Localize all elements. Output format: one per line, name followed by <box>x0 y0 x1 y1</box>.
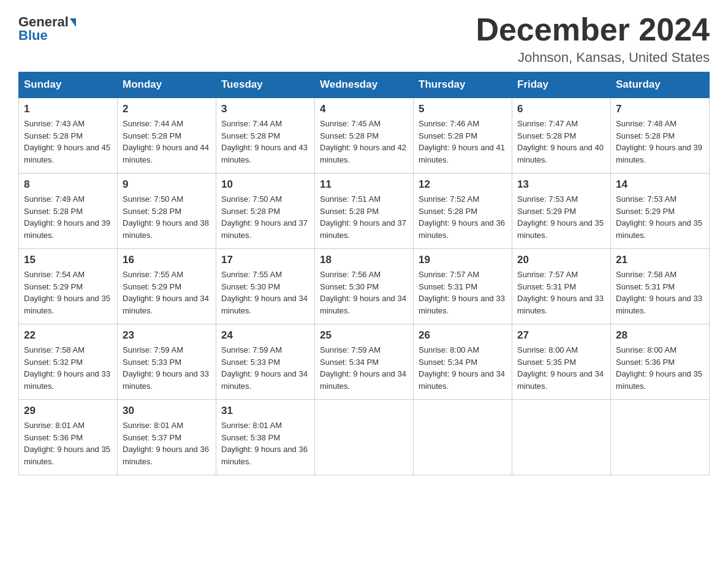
day-info: Sunrise: 7:46 AMSunset: 5:28 PMDaylight:… <box>419 118 507 166</box>
location-subtitle: Johnson, Kansas, United States <box>476 50 710 66</box>
day-number: 18 <box>320 254 408 266</box>
calendar-header-row: Sunday Monday Tuesday Wednesday Thursday… <box>19 72 710 98</box>
calendar-cell: 20 Sunrise: 7:57 AMSunset: 5:31 PMDaylig… <box>512 249 611 324</box>
calendar-cell: 16 Sunrise: 7:55 AMSunset: 5:29 PMDaylig… <box>118 249 216 324</box>
day-number: 29 <box>24 405 112 417</box>
day-info: Sunrise: 8:00 AMSunset: 5:36 PMDaylight:… <box>616 344 704 392</box>
calendar-cell <box>414 400 512 475</box>
calendar-week-row: 8 Sunrise: 7:49 AMSunset: 5:28 PMDayligh… <box>19 174 710 249</box>
day-number: 9 <box>123 178 211 191</box>
calendar-cell: 7 Sunrise: 7:48 AMSunset: 5:28 PMDayligh… <box>611 98 710 174</box>
day-info: Sunrise: 7:59 AMSunset: 5:34 PMDaylight:… <box>320 344 408 392</box>
logo-triangle-icon <box>70 18 76 27</box>
day-number: 8 <box>24 178 112 191</box>
calendar-cell: 14 Sunrise: 7:53 AMSunset: 5:29 PMDaylig… <box>611 174 710 249</box>
day-number: 11 <box>320 178 408 191</box>
day-info: Sunrise: 7:58 AMSunset: 5:31 PMDaylight:… <box>616 269 704 316</box>
day-info: Sunrise: 7:43 AMSunset: 5:28 PMDaylight:… <box>24 118 112 166</box>
calendar-cell <box>315 400 414 475</box>
day-number: 1 <box>24 103 112 115</box>
logo-blue: Blue <box>18 28 48 44</box>
day-number: 16 <box>123 254 211 266</box>
logo-general: General <box>18 15 76 29</box>
calendar-week-row: 22 Sunrise: 7:58 AMSunset: 5:32 PMDaylig… <box>19 324 710 400</box>
calendar-cell <box>611 400 710 475</box>
day-info: Sunrise: 8:01 AMSunset: 5:36 PMDaylight:… <box>24 419 112 467</box>
day-number: 28 <box>616 329 704 342</box>
day-info: Sunrise: 7:55 AMSunset: 5:30 PMDaylight:… <box>221 269 309 316</box>
calendar-table: Sunday Monday Tuesday Wednesday Thursday… <box>18 72 710 475</box>
calendar-cell: 11 Sunrise: 7:51 AMSunset: 5:28 PMDaylig… <box>315 174 414 249</box>
day-info: Sunrise: 7:58 AMSunset: 5:32 PMDaylight:… <box>24 344 112 392</box>
calendar-cell: 13 Sunrise: 7:53 AMSunset: 5:29 PMDaylig… <box>512 174 611 249</box>
day-info: Sunrise: 8:00 AMSunset: 5:34 PMDaylight:… <box>419 344 507 392</box>
day-info: Sunrise: 7:56 AMSunset: 5:30 PMDaylight:… <box>320 269 408 316</box>
calendar-cell: 27 Sunrise: 8:00 AMSunset: 5:35 PMDaylig… <box>512 324 611 400</box>
day-info: Sunrise: 7:57 AMSunset: 5:31 PMDaylight:… <box>517 269 605 316</box>
day-number: 30 <box>123 405 211 417</box>
col-sunday: Sunday <box>19 72 118 98</box>
day-info: Sunrise: 7:54 AMSunset: 5:29 PMDaylight:… <box>24 269 112 316</box>
calendar-cell: 15 Sunrise: 7:54 AMSunset: 5:29 PMDaylig… <box>19 249 118 324</box>
calendar-week-row: 15 Sunrise: 7:54 AMSunset: 5:29 PMDaylig… <box>19 249 710 324</box>
day-info: Sunrise: 8:01 AMSunset: 5:38 PMDaylight:… <box>221 419 309 467</box>
calendar-cell: 29 Sunrise: 8:01 AMSunset: 5:36 PMDaylig… <box>19 400 118 475</box>
col-friday: Friday <box>512 72 611 98</box>
day-info: Sunrise: 7:48 AMSunset: 5:28 PMDaylight:… <box>616 118 704 166</box>
day-number: 26 <box>419 329 507 342</box>
calendar-cell: 28 Sunrise: 8:00 AMSunset: 5:36 PMDaylig… <box>611 324 710 400</box>
day-number: 5 <box>419 103 507 115</box>
calendar-cell: 2 Sunrise: 7:44 AMSunset: 5:28 PMDayligh… <box>118 98 216 174</box>
calendar-cell: 26 Sunrise: 8:00 AMSunset: 5:34 PMDaylig… <box>414 324 512 400</box>
calendar-cell: 31 Sunrise: 8:01 AMSunset: 5:38 PMDaylig… <box>216 400 315 475</box>
day-number: 27 <box>517 329 605 342</box>
day-info: Sunrise: 7:47 AMSunset: 5:28 PMDaylight:… <box>517 118 605 166</box>
day-info: Sunrise: 8:01 AMSunset: 5:37 PMDaylight:… <box>123 419 211 467</box>
calendar-cell: 30 Sunrise: 8:01 AMSunset: 5:37 PMDaylig… <box>118 400 216 475</box>
calendar-cell: 6 Sunrise: 7:47 AMSunset: 5:28 PMDayligh… <box>512 98 611 174</box>
day-number: 12 <box>419 178 507 191</box>
day-number: 25 <box>320 329 408 342</box>
day-info: Sunrise: 7:53 AMSunset: 5:29 PMDaylight:… <box>517 193 605 241</box>
day-number: 3 <box>221 103 309 115</box>
day-number: 23 <box>123 329 211 342</box>
day-info: Sunrise: 7:44 AMSunset: 5:28 PMDaylight:… <box>123 118 211 166</box>
col-saturday: Saturday <box>611 72 710 98</box>
day-number: 4 <box>320 103 408 115</box>
calendar-cell: 25 Sunrise: 7:59 AMSunset: 5:34 PMDaylig… <box>315 324 414 400</box>
calendar-cell: 22 Sunrise: 7:58 AMSunset: 5:32 PMDaylig… <box>19 324 118 400</box>
month-title: December 2024 <box>476 12 710 47</box>
calendar-cell: 24 Sunrise: 7:59 AMSunset: 5:33 PMDaylig… <box>216 324 315 400</box>
day-info: Sunrise: 7:57 AMSunset: 5:31 PMDaylight:… <box>419 269 507 316</box>
day-info: Sunrise: 7:45 AMSunset: 5:28 PMDaylight:… <box>320 118 408 166</box>
calendar-cell: 21 Sunrise: 7:58 AMSunset: 5:31 PMDaylig… <box>611 249 710 324</box>
day-number: 10 <box>221 178 309 191</box>
day-info: Sunrise: 7:59 AMSunset: 5:33 PMDaylight:… <box>123 344 211 392</box>
page-header: General Blue December 2024 Johnson, Kans… <box>18 12 710 66</box>
calendar-cell: 3 Sunrise: 7:44 AMSunset: 5:28 PMDayligh… <box>216 98 315 174</box>
col-wednesday: Wednesday <box>315 72 414 98</box>
calendar-week-row: 29 Sunrise: 8:01 AMSunset: 5:36 PMDaylig… <box>19 400 710 475</box>
calendar-body: 1 Sunrise: 7:43 AMSunset: 5:28 PMDayligh… <box>19 98 710 475</box>
title-area: December 2024 Johnson, Kansas, United St… <box>476 12 710 66</box>
day-info: Sunrise: 7:49 AMSunset: 5:28 PMDaylight:… <box>24 193 112 241</box>
day-number: 6 <box>517 103 605 115</box>
calendar-cell: 19 Sunrise: 7:57 AMSunset: 5:31 PMDaylig… <box>414 249 512 324</box>
day-info: Sunrise: 7:52 AMSunset: 5:28 PMDaylight:… <box>419 193 507 241</box>
day-number: 14 <box>616 178 704 191</box>
calendar-cell: 17 Sunrise: 7:55 AMSunset: 5:30 PMDaylig… <box>216 249 315 324</box>
day-info: Sunrise: 7:50 AMSunset: 5:28 PMDaylight:… <box>123 193 211 241</box>
calendar-cell: 5 Sunrise: 7:46 AMSunset: 5:28 PMDayligh… <box>414 98 512 174</box>
day-number: 20 <box>517 254 605 266</box>
day-info: Sunrise: 7:51 AMSunset: 5:28 PMDaylight:… <box>320 193 408 241</box>
day-number: 7 <box>616 103 704 115</box>
calendar-cell: 9 Sunrise: 7:50 AMSunset: 5:28 PMDayligh… <box>118 174 216 249</box>
calendar-cell: 8 Sunrise: 7:49 AMSunset: 5:28 PMDayligh… <box>19 174 118 249</box>
col-tuesday: Tuesday <box>216 72 315 98</box>
day-info: Sunrise: 7:44 AMSunset: 5:28 PMDaylight:… <box>221 118 309 166</box>
day-number: 31 <box>221 405 309 417</box>
col-thursday: Thursday <box>414 72 512 98</box>
calendar-cell <box>512 400 611 475</box>
day-number: 24 <box>221 329 309 342</box>
day-number: 17 <box>221 254 309 266</box>
